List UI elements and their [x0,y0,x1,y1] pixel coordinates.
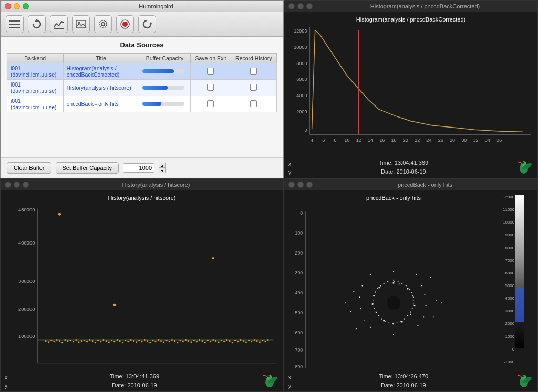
table-row[interactable]: i001(davinci.icm.uu.se) History(analysis… [7,80,277,96]
close-button[interactable] [288,3,295,9]
cell-save-3[interactable] [191,96,231,112]
history-xy-labels: x: y: [5,374,9,390]
svg-text:6000: 6000 [296,77,307,82]
close-button[interactable] [5,182,11,188]
settings-toolbar-button[interactable] [94,15,112,33]
svg-point-103 [182,341,184,342]
history-chart-title: History(analysis / hitscore) [5,195,279,201]
table-row[interactable]: i001(davinci.icm.uu.se) pnccdBack - only… [7,96,277,112]
svg-text:10: 10 [344,137,349,143]
svg-text:16: 16 [379,137,385,143]
cell-buffer-2[interactable] [139,80,191,96]
svg-point-192 [413,300,414,301]
svg-text:100000: 100000 [18,333,35,339]
pnccd-main-chart[interactable]: pnccdBack - only hits 0 100 200 300 400 … [284,190,501,368]
pnccd-chart-title: pnccdBack - only hits [288,195,499,201]
svg-point-52 [212,257,214,259]
set-buffer-capacity-button[interactable]: Set Buffer Capacity [56,162,119,174]
minimize-button[interactable] [297,182,304,188]
pnccd-scale-container: 12000 11000 10000 9000 8000 7000 6000 50… [503,195,535,364]
col-record: Record History [231,54,276,63]
minimize-button[interactable] [297,3,304,9]
svg-text:700: 700 [295,347,303,353]
cell-record-3[interactable] [231,96,276,112]
history-chart-area[interactable]: 450000 400000 300000 200000 100000 [5,203,279,368]
cell-record-2[interactable] [231,80,276,96]
minimize-button[interactable] [14,182,20,188]
stepper-up[interactable]: ▲ [159,163,166,168]
cell-buffer-1[interactable] [139,63,191,80]
svg-point-211 [377,288,378,289]
pnccd-title-bar: pnccdBack - only hits [284,179,537,190]
cell-record-1[interactable] [231,63,276,80]
gradient-selection[interactable] [515,288,524,322]
svg-point-218 [353,291,354,292]
maximize-button[interactable] [306,3,313,9]
svg-text:400: 400 [295,290,303,295]
svg-point-217 [433,316,434,317]
svg-point-105 [188,340,189,342]
svg-point-196 [407,315,408,316]
svg-point-133 [264,341,266,342]
image-toolbar-button[interactable] [72,15,90,33]
svg-point-85 [133,340,134,342]
histogram-x-label: x: [288,160,293,168]
svg-text:600: 600 [295,330,303,335]
minimize-button[interactable] [14,3,20,9]
close-button[interactable] [288,182,295,188]
buffer-value-input[interactable] [123,163,154,173]
svg-point-70 [91,340,93,342]
svg-text:8000: 8000 [296,61,307,66]
hummingbird-logo-history [260,370,279,390]
table-row[interactable]: i001(davinci.icm.uu.se) Histogram(analys… [7,63,277,80]
svg-point-177 [426,305,427,306]
svg-point-72 [97,340,99,341]
cell-buffer-3[interactable] [139,96,191,112]
maximize-button[interactable] [23,182,29,188]
svg-point-131 [259,341,261,343]
buffer-stepper[interactable]: ▲ ▼ [159,163,166,173]
svg-text:300000: 300000 [18,278,35,284]
histogram-chart-area[interactable]: 12000 10000 8000 6000 4000 2000 0 4 6 8 … [288,25,533,153]
cell-save-1[interactable] [191,63,231,80]
svg-text:4000: 4000 [296,93,307,98]
maximize-button[interactable] [23,3,29,9]
clear-buffer-button[interactable]: Clear Buffer [7,162,51,174]
svg-point-179 [417,325,418,326]
chart-toolbar-button[interactable] [50,15,68,33]
cell-save-2[interactable] [191,80,231,96]
maximize-button[interactable] [306,182,313,188]
svg-point-109 [199,339,200,341]
pnccd-scatter-area[interactable]: 0 100 200 300 400 500 600 700 800 900 10… [288,203,499,368]
svg-point-190 [411,292,412,293]
close-button[interactable] [5,3,11,9]
svg-point-56 [53,341,55,342]
svg-point-57 [56,339,58,341]
record-toolbar-button[interactable] [116,15,134,33]
svg-text:500: 500 [295,310,303,315]
svg-point-225 [345,302,346,303]
scale-pointer [515,195,524,200]
stepper-down[interactable]: ▼ [159,168,166,173]
svg-text:36: 36 [496,137,502,143]
pnccd-title-text: pnccdBack - only hits [317,182,533,188]
histogram-chart-content: Histogram(analysis / pnccdBackCorrected)… [284,12,537,155]
histogram-time-date: Time: 13:04:41.369 Date: 2010-06-19 [379,158,428,177]
svg-point-90 [147,340,148,342]
svg-point-223 [370,274,371,275]
col-title: Title [63,54,139,63]
list-toolbar-button[interactable] [6,15,24,33]
svg-point-176 [424,294,425,295]
svg-point-208 [373,300,374,301]
svg-rect-4 [54,28,64,29]
svg-point-203 [381,319,382,320]
pnccd-y-label: y: [288,382,293,390]
data-sources-table: Backend Title Buffer Capacity Save on Ex… [7,53,277,112]
svg-point-193 [413,303,414,304]
hummingbird-logo-pnccd [514,370,533,390]
svg-point-115 [215,340,216,342]
refresh-toolbar-button[interactable] [28,15,46,33]
refresh2-toolbar-button[interactable] [138,15,156,33]
svg-point-91 [149,342,151,343]
svg-point-232 [522,375,524,377]
